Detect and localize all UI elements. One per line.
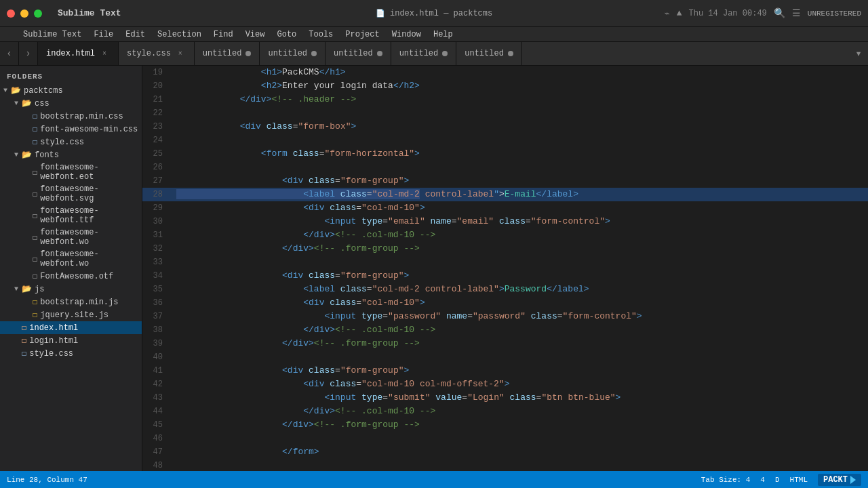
tab-1[interactable]: style.css× (119, 42, 195, 65)
menu-file[interactable]: File (88, 28, 119, 41)
search-icon[interactable]: 🔍 (774, 7, 785, 19)
menu-sublime-text[interactable]: Sublime Text (18, 28, 87, 41)
line-content-24[interactable] (173, 134, 868, 147)
tree-item-17[interactable]: ◻style.css (0, 347, 142, 360)
line-content-30[interactable]: <input type="email" name="email" class="… (173, 215, 868, 228)
tab-next-btn[interactable]: › (19, 42, 38, 65)
menu-window[interactable]: Window (387, 28, 427, 41)
time-display: Thu 14 Jan 00:49 (689, 9, 767, 18)
line-content-28[interactable]: <label class="col-md-2 control-label">E-… (173, 188, 868, 201)
file-type[interactable]: HTML (790, 476, 808, 484)
maximize-button[interactable] (34, 9, 42, 18)
tree-item-0[interactable]: ▼📂packtcms (0, 84, 142, 97)
line-content-37[interactable]: <input type="password" name="password" c… (173, 310, 868, 323)
tab-6[interactable]: untitled (456, 42, 522, 65)
line-content-47[interactable]: </form> (173, 445, 868, 459)
line-content-29[interactable]: <div class="col-md-10"> (173, 201, 868, 215)
line-content-19[interactable]: <h1>PackCMS</h1> (173, 66, 868, 79)
tree-item-7[interactable]: ◻fontawesome-webfont.svg (0, 183, 142, 205)
menu-find[interactable]: Find (208, 28, 239, 41)
line-content-45[interactable]: </div><!-- .form-group --> (173, 418, 868, 432)
tree-item-6[interactable]: ◻fontawesome-webfont.eot (0, 161, 142, 183)
tree-item-12[interactable]: ▼📂js (0, 283, 142, 296)
tree-item-1[interactable]: ▼📂css (0, 97, 142, 110)
tree-icon-1: 📂 (22, 98, 32, 108)
tab-size[interactable]: Tab Size: 4 (701, 476, 751, 484)
tree-icon-11: ◻ (33, 271, 37, 281)
code-line-34: 34 <div class="form-group"> (142, 269, 868, 283)
menu-icon[interactable]: ☰ (792, 7, 801, 19)
tree-item-14[interactable]: ◻jquery.site.js (0, 308, 142, 321)
tree-item-2[interactable]: ◻bootstrap.min.css (0, 110, 142, 123)
line-content-42[interactable]: <div class="col-md-10 col-md-offset-2"> (173, 378, 868, 391)
line-content-31[interactable]: </div><!-- .col-md-10 --> (173, 228, 868, 242)
line-content-43[interactable]: <input type="submit" value="Login" class… (173, 391, 868, 405)
sidebar-tree: ▼📂packtcms▼📂css◻bootstrap.min.css◻font-a… (0, 84, 142, 360)
tree-icon-6: ◻ (33, 167, 37, 178)
tab-4[interactable]: untitled (326, 42, 391, 65)
line-content-26[interactable] (173, 161, 868, 174)
tab-0[interactable]: index.html× (38, 42, 119, 65)
tab-2[interactable]: untitled (195, 42, 260, 65)
close-button[interactable] (7, 9, 15, 18)
tree-item-11[interactable]: ◻FontAwesome.otf (0, 270, 142, 283)
tree-icon-17: ◻ (22, 348, 26, 359)
line-number-48: 48 (142, 459, 173, 471)
tab-close-1[interactable]: × (175, 48, 186, 59)
line-content-48[interactable] (173, 459, 868, 471)
line-content-36[interactable]: <div class="col-md-10"> (173, 296, 868, 310)
line-content-33[interactable] (173, 256, 868, 269)
line-content-32[interactable]: </div><!-- .form-group --> (173, 242, 868, 256)
line-content-35[interactable]: <label class="col-md-2 control-label">Pa… (173, 283, 868, 296)
tree-icon-5: 📂 (22, 150, 32, 160)
tree-item-16[interactable]: ◻login.html (0, 334, 142, 347)
code-line-27: 27 <div class="form-group"> (142, 174, 868, 188)
menu-tools[interactable]: Tools (303, 28, 338, 41)
line-content-21[interactable]: </div><!-- .header --> (173, 93, 868, 106)
line-content-23[interactable]: <div class="form-box"> (173, 120, 868, 134)
tree-item-4[interactable]: ◻style.css (0, 136, 142, 148)
tab-prev-btn[interactable]: ‹ (0, 42, 19, 65)
code-line-28: 28 <label class="col-md-2 control-label"… (142, 188, 868, 201)
line-number-31: 31 (142, 228, 173, 242)
tree-item-3[interactable]: ◻font-awesome-min.css (0, 123, 142, 136)
line-content-40[interactable] (173, 350, 868, 364)
tree-icon-12: 📂 (22, 284, 32, 294)
line-content-22[interactable] (173, 106, 868, 120)
line-content-39[interactable]: </div><!-- .form-group --> (173, 337, 868, 350)
code-line-31: 31 </div><!-- .col-md-10 --> (142, 228, 868, 242)
apple-menu[interactable] (5, 33, 16, 36)
line-number-39: 39 (142, 337, 173, 350)
code-editor[interactable]: 19 <h1>PackCMS</h1>20 <h2>Enter your log… (142, 66, 868, 471)
menu-selection[interactable]: Selection (152, 28, 207, 41)
tab-5[interactable]: untitled (391, 42, 457, 65)
line-number-38: 38 (142, 323, 173, 337)
minimize-button[interactable] (20, 9, 28, 18)
menubar: Sublime Text File Edit Selection Find Vi… (0, 27, 868, 42)
line-content-38[interactable]: </div><!-- .col-md-10 --> (173, 323, 868, 337)
tree-item-13[interactable]: ◻bootstrap.min.js (0, 296, 142, 308)
tree-item-8[interactable]: ◻fontawesome-webfont.ttf (0, 205, 142, 226)
tab-overflow-btn[interactable]: ▾ (849, 42, 868, 65)
tree-item-5[interactable]: ▼📂fonts (0, 148, 142, 161)
tree-item-15[interactable]: ◻index.html (0, 321, 142, 334)
line-content-27[interactable]: <div class="form-group"> (173, 174, 868, 188)
tree-item-9[interactable]: ◻fontawesome-webfont.wo (0, 226, 142, 248)
tree-label-10: fontawesome-webfont.wo (40, 249, 142, 268)
line-content-41[interactable]: <div class="form-group"> (173, 364, 868, 378)
menu-view[interactable]: View (240, 28, 271, 41)
tree-item-10[interactable]: ◻fontawesome-webfont.wo (0, 248, 142, 270)
line-content-25[interactable]: <form class="form-horizontal"> (173, 147, 868, 161)
line-content-46[interactable] (173, 432, 868, 445)
line-content-34[interactable]: <div class="form-group"> (173, 269, 868, 283)
line-content-20[interactable]: <h2>Enter your login data</h2> (173, 79, 868, 93)
line-number-40: 40 (142, 350, 173, 364)
menu-edit[interactable]: Edit (120, 28, 151, 41)
line-content-44[interactable]: </div><!-- .col-md-10 --> (173, 405, 868, 418)
tab-close-0[interactable]: × (99, 48, 110, 59)
tab-3[interactable]: untitled (260, 42, 326, 65)
menu-help[interactable]: Help (428, 28, 458, 41)
menu-goto[interactable]: Goto (271, 28, 302, 41)
app-name: Sublime Text (58, 8, 121, 18)
menu-project[interactable]: Project (340, 28, 384, 41)
